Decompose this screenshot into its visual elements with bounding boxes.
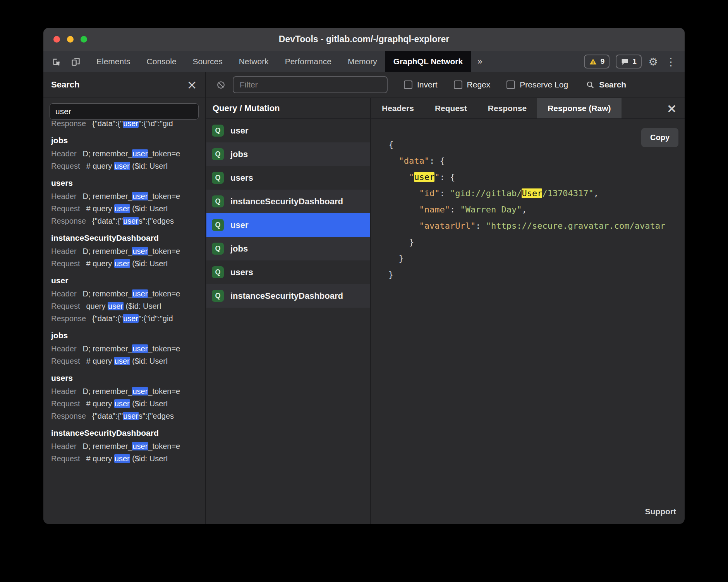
search-result-line[interactable]: Response{"data":{"users":{"edges [51,215,197,227]
json-token: "Warren Day" [460,205,522,214]
response-tab-headers[interactable]: Headers [371,98,424,118]
search-result-line[interactable]: HeaderD; remember_user_token=e [51,342,197,355]
filter-input[interactable] [233,76,388,93]
support-link[interactable]: Support [645,507,676,516]
search-text-part: ":{"id":"gid [139,314,173,323]
search-result-line[interactable]: Request# query user ($id: UserI [51,160,197,172]
more-options-icon[interactable]: ⋮ [665,56,677,67]
traffic-lights [53,28,87,51]
device-toolbar-icon[interactable] [67,53,84,70]
clear-icon[interactable] [213,77,229,93]
close-search-panel-icon[interactable]: × [187,79,197,91]
search-result-line[interactable]: Response{"data":{"users":{"edges [51,410,197,422]
query-list-item[interactable]: QinstanceSecurityDashboard [206,284,370,308]
query-list-item[interactable]: Qusers [206,260,370,284]
query-list-item[interactable]: Qjobs [206,237,370,260]
search-result-group-title[interactable]: jobs [51,329,197,342]
window-title: DevTools - gitlab.com/-/graphql-explorer [279,34,449,45]
search-result-group-title[interactable]: instanceSecurityDashboard [51,231,197,245]
search-result-line[interactable]: Response{"data":{"user":{"id":"gid [51,312,197,325]
search-result-line[interactable]: Request# query user ($id: UserI [51,397,197,410]
close-window-button[interactable] [53,36,60,43]
search-result-line[interactable]: HeaderD; remember_user_token=e [51,385,197,397]
devtools-tab-sources[interactable]: Sources [185,51,231,72]
search-result-line[interactable]: HeaderD; remember_user_token=e [51,190,197,202]
query-label: users [230,267,253,277]
search-result-line[interactable]: HeaderD; remember_user_token=e [51,440,197,452]
checkbox-label-invert: Invert [417,80,438,89]
search-result-line[interactable]: Request# query user ($id: UserI [51,202,197,215]
search-text-part: s":{"edges [139,217,174,225]
search-result-line[interactable]: HeaderD; remember_user_token=e [51,245,197,257]
search-panel-header: Search × [43,72,205,98]
checkbox-preserve-log[interactable]: Preserve Log [507,80,568,89]
search-match-highlight: user [132,442,148,450]
minimize-window-button[interactable] [67,36,74,43]
search-input[interactable] [50,103,199,120]
messages-badge[interactable]: 1 [616,55,642,68]
search-result-group-title[interactable]: instanceSecurityDashboard [51,426,197,440]
query-list-item[interactable]: Quser [206,213,370,237]
zoom-window-button[interactable] [81,36,87,43]
search-result-field-label: Request [51,357,80,365]
search-result-text: {"data":{"user":{"id":"gid [92,314,173,323]
query-mutation-panel: Query / Mutation QuserQjobsQusersQinstan… [206,98,371,524]
search-match-highlight: user [123,412,139,420]
search-text-part: {"data":{" [92,217,123,225]
search-result-line[interactable]: Request# query user ($id: UserI [51,452,197,465]
query-list-item[interactable]: Quser [206,119,370,142]
search-result-text: D; remember_user_token=e [83,247,180,255]
search-result-line[interactable]: Requestquery user ($id: UserI [51,300,197,312]
json-token: "id" [419,188,440,198]
devtools-tab-performance[interactable]: Performance [277,51,340,72]
search-result-group-title[interactable]: jobs [51,134,197,147]
response-tab-response-raw[interactable]: Response (Raw) [537,98,621,118]
checkbox-label-regex: Regex [467,80,491,89]
checkbox-regex[interactable]: Regex [454,80,491,89]
response-tab-response[interactable]: Response [477,98,537,118]
search-result-field-label: Header [51,344,77,353]
checkbox-invert[interactable]: Invert [404,80,438,89]
devtools-tab-memory[interactable]: Memory [340,51,385,72]
search-result-text: {"data":{"users":{"edges [92,217,174,225]
json-indent [388,156,399,166]
search-text-part: _token=e [148,192,180,200]
search-result-group-title[interactable]: users [51,371,197,385]
devtools-tab-network[interactable]: Network [231,51,277,72]
search-result-group-title[interactable]: user [51,274,197,288]
query-label: instanceSecurityDashboard [230,291,343,301]
settings-gear-icon[interactable]: ⚙ [648,56,659,67]
query-list-item[interactable]: Qjobs [206,142,370,166]
devtools-tab-console[interactable]: Console [139,51,185,72]
close-response-panel-icon[interactable]: × [659,98,685,118]
response-tab-request[interactable]: Request [424,98,477,118]
json-token: "gid://gitlab/ [450,188,522,198]
console-warnings-badge[interactable]: 9 [584,55,610,68]
search-text-part: ($id: UserI [130,162,168,170]
json-line: "id": "gid://gitlab/User/13704317", [388,185,685,202]
search-result-field-label: Response [51,412,86,420]
search-result-line[interactable]: HeaderD; remember_user_token=e [51,288,197,300]
query-badge-icon: Q [212,125,224,137]
search-match-highlight: user [132,149,148,158]
search-result-field-label: Header [51,442,77,450]
query-list-item[interactable]: QinstanceSecurityDashboard [206,190,370,213]
query-list-item[interactable]: Qusers [206,166,370,190]
more-tabs-chevron[interactable]: » [471,51,489,72]
devtools-tab-graphql-network[interactable]: GraphQL Network [385,51,471,72]
query-badge-icon: Q [212,172,224,184]
search-text-part: ($id: UserI [130,259,168,268]
filter-search-button[interactable]: Search [586,80,626,89]
search-result-field-label: Request [51,204,80,213]
search-result-group-title[interactable]: users [51,176,197,190]
devtools-tab-elements[interactable]: Elements [88,51,139,72]
response-panel: HeadersRequestResponseResponse (Raw) × C… [371,98,685,524]
search-result-field-label: Response [51,217,86,225]
inspect-element-icon[interactable] [48,53,64,70]
search-result-line[interactable]: Request# query user ($id: UserI [51,257,197,270]
search-match-highlight: user [114,162,130,170]
search-result-line[interactable]: Request# query user ($id: UserI [51,355,197,367]
search-result-line[interactable]: Response{"data":{"user":{"id":"gid [51,121,197,130]
search-match-highlight: user [123,314,139,323]
search-result-line[interactable]: HeaderD; remember_user_token=e [51,147,197,160]
